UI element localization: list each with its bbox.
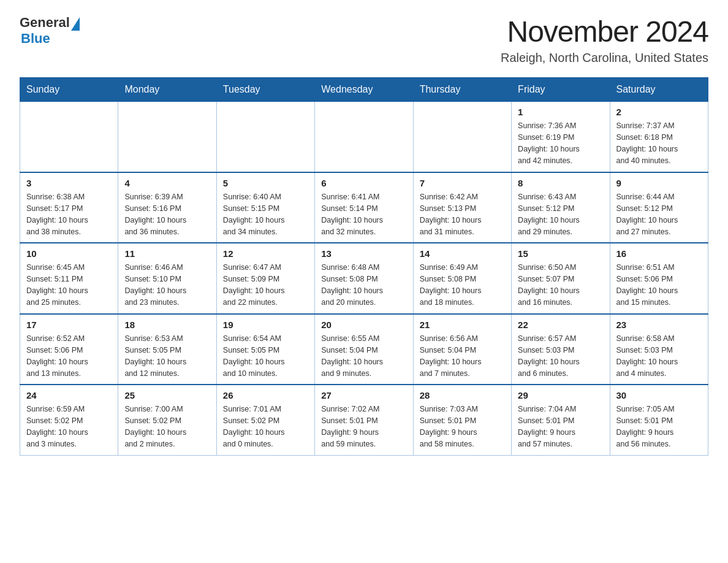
calendar-cell: 25Sunrise: 7:00 AM Sunset: 5:02 PM Dayli… [118, 385, 216, 455]
day-info: Sunrise: 6:41 AM Sunset: 5:14 PM Dayligh… [321, 193, 383, 236]
calendar-cell: 18Sunrise: 6:53 AM Sunset: 5:05 PM Dayli… [118, 314, 216, 385]
calendar-cell: 2Sunrise: 7:37 AM Sunset: 6:18 PM Daylig… [610, 102, 708, 172]
calendar-cell: 29Sunrise: 7:04 AM Sunset: 5:01 PM Dayli… [512, 385, 610, 455]
month-title: November 2024 [501, 15, 708, 48]
day-info: Sunrise: 6:57 AM Sunset: 5:03 PM Dayligh… [518, 334, 580, 378]
day-info: Sunrise: 6:38 AM Sunset: 5:17 PM Dayligh… [26, 193, 88, 236]
day-info: Sunrise: 7:36 AM Sunset: 6:19 PM Dayligh… [518, 121, 580, 165]
day-info: Sunrise: 7:01 AM Sunset: 5:02 PM Dayligh… [223, 405, 285, 448]
week-row-3: 17Sunrise: 6:52 AM Sunset: 5:06 PM Dayli… [20, 314, 708, 385]
calendar-cell: 10Sunrise: 6:45 AM Sunset: 5:11 PM Dayli… [20, 243, 118, 314]
weekday-header-saturday: Saturday [610, 78, 708, 102]
day-number: 15 [518, 248, 603, 259]
logo-blue-text: Blue [21, 31, 50, 47]
calendar-cell: 11Sunrise: 6:46 AM Sunset: 5:10 PM Dayli… [118, 243, 216, 314]
day-number: 30 [616, 390, 702, 400]
day-number: 27 [321, 390, 406, 400]
calendar-cell [315, 102, 413, 172]
calendar-cell: 13Sunrise: 6:48 AM Sunset: 5:08 PM Dayli… [315, 243, 413, 314]
day-info: Sunrise: 6:48 AM Sunset: 5:08 PM Dayligh… [321, 263, 383, 307]
day-number: 19 [223, 320, 308, 330]
calendar-cell: 28Sunrise: 7:03 AM Sunset: 5:01 PM Dayli… [413, 385, 511, 455]
calendar-cell [118, 102, 216, 172]
day-info: Sunrise: 7:00 AM Sunset: 5:02 PM Dayligh… [124, 405, 186, 448]
title-area: November 2024 Raleigh, North Carolina, U… [501, 15, 708, 65]
day-number: 5 [223, 178, 308, 188]
day-info: Sunrise: 6:58 AM Sunset: 5:03 PM Dayligh… [616, 334, 678, 378]
day-info: Sunrise: 6:54 AM Sunset: 5:05 PM Dayligh… [223, 334, 285, 378]
week-row-4: 24Sunrise: 6:59 AM Sunset: 5:02 PM Dayli… [20, 385, 708, 455]
week-row-2: 10Sunrise: 6:45 AM Sunset: 5:11 PM Dayli… [20, 243, 708, 314]
calendar-cell: 30Sunrise: 7:05 AM Sunset: 5:01 PM Dayli… [610, 385, 708, 455]
day-number: 2 [616, 107, 702, 117]
day-info: Sunrise: 6:40 AM Sunset: 5:15 PM Dayligh… [223, 193, 285, 236]
calendar-cell: 26Sunrise: 7:01 AM Sunset: 5:02 PM Dayli… [216, 385, 314, 455]
calendar-cell: 16Sunrise: 6:51 AM Sunset: 5:06 PM Dayli… [610, 243, 708, 314]
calendar-cell: 12Sunrise: 6:47 AM Sunset: 5:09 PM Dayli… [216, 243, 314, 314]
day-number: 10 [26, 248, 112, 259]
day-number: 22 [518, 320, 603, 330]
weekday-header-monday: Monday [118, 78, 216, 102]
day-info: Sunrise: 6:50 AM Sunset: 5:07 PM Dayligh… [518, 263, 580, 307]
weekday-header-sunday: Sunday [20, 78, 118, 102]
calendar-cell: 6Sunrise: 6:41 AM Sunset: 5:14 PM Daylig… [315, 172, 413, 243]
weekday-header-wednesday: Wednesday [315, 78, 413, 102]
day-info: Sunrise: 6:42 AM Sunset: 5:13 PM Dayligh… [420, 193, 482, 236]
calendar-cell [20, 102, 118, 172]
calendar-cell: 20Sunrise: 6:55 AM Sunset: 5:04 PM Dayli… [315, 314, 413, 385]
day-info: Sunrise: 6:44 AM Sunset: 5:12 PM Dayligh… [616, 193, 678, 236]
day-info: Sunrise: 6:53 AM Sunset: 5:05 PM Dayligh… [124, 334, 186, 378]
day-number: 23 [616, 320, 702, 330]
calendar-cell: 7Sunrise: 6:42 AM Sunset: 5:13 PM Daylig… [413, 172, 511, 243]
calendar-cell [216, 102, 314, 172]
calendar-cell: 3Sunrise: 6:38 AM Sunset: 5:17 PM Daylig… [20, 172, 118, 243]
day-number: 14 [420, 248, 505, 259]
calendar-cell [413, 102, 511, 172]
day-info: Sunrise: 6:56 AM Sunset: 5:04 PM Dayligh… [420, 334, 482, 378]
logo-general-text: General [20, 15, 70, 31]
day-number: 11 [124, 248, 210, 259]
day-number: 25 [124, 390, 210, 400]
day-number: 9 [616, 178, 702, 188]
day-info: Sunrise: 6:46 AM Sunset: 5:10 PM Dayligh… [124, 263, 186, 307]
day-info: Sunrise: 6:59 AM Sunset: 5:02 PM Dayligh… [26, 405, 88, 448]
day-number: 21 [420, 320, 505, 330]
day-info: Sunrise: 6:43 AM Sunset: 5:12 PM Dayligh… [518, 193, 580, 236]
week-row-1: 3Sunrise: 6:38 AM Sunset: 5:17 PM Daylig… [20, 172, 708, 243]
day-number: 12 [223, 248, 308, 259]
day-number: 26 [223, 390, 308, 400]
day-number: 16 [616, 248, 702, 259]
weekday-header-tuesday: Tuesday [216, 78, 314, 102]
day-number: 18 [124, 320, 210, 330]
calendar-table: SundayMondayTuesdayWednesdayThursdayFrid… [20, 77, 708, 456]
calendar-cell: 22Sunrise: 6:57 AM Sunset: 5:03 PM Dayli… [512, 314, 610, 385]
day-number: 28 [420, 390, 505, 400]
page-header: General Blue November 2024 Raleigh, Nort… [20, 15, 708, 65]
calendar-cell: 1Sunrise: 7:36 AM Sunset: 6:19 PM Daylig… [512, 102, 610, 172]
calendar-cell: 9Sunrise: 6:44 AM Sunset: 5:12 PM Daylig… [610, 172, 708, 243]
day-number: 3 [26, 178, 112, 188]
weekday-header-row: SundayMondayTuesdayWednesdayThursdayFrid… [20, 78, 708, 102]
calendar-cell: 8Sunrise: 6:43 AM Sunset: 5:12 PM Daylig… [512, 172, 610, 243]
day-number: 13 [321, 248, 406, 259]
day-info: Sunrise: 6:52 AM Sunset: 5:06 PM Dayligh… [26, 334, 88, 378]
day-number: 20 [321, 320, 406, 330]
day-number: 7 [420, 178, 505, 188]
calendar-cell: 5Sunrise: 6:40 AM Sunset: 5:15 PM Daylig… [216, 172, 314, 243]
day-info: Sunrise: 7:05 AM Sunset: 5:01 PM Dayligh… [616, 405, 675, 448]
day-info: Sunrise: 6:39 AM Sunset: 5:16 PM Dayligh… [124, 193, 186, 236]
day-info: Sunrise: 6:51 AM Sunset: 5:06 PM Dayligh… [616, 263, 678, 307]
day-info: Sunrise: 6:47 AM Sunset: 5:09 PM Dayligh… [223, 263, 285, 307]
day-number: 29 [518, 390, 603, 400]
calendar-cell: 19Sunrise: 6:54 AM Sunset: 5:05 PM Dayli… [216, 314, 314, 385]
day-info: Sunrise: 7:03 AM Sunset: 5:01 PM Dayligh… [420, 405, 478, 448]
calendar-cell: 23Sunrise: 6:58 AM Sunset: 5:03 PM Dayli… [610, 314, 708, 385]
day-number: 1 [518, 107, 603, 117]
day-number: 17 [26, 320, 112, 330]
location-subtitle: Raleigh, North Carolina, United States [501, 51, 708, 65]
calendar-cell: 15Sunrise: 6:50 AM Sunset: 5:07 PM Dayli… [512, 243, 610, 314]
weekday-header-thursday: Thursday [413, 78, 511, 102]
day-number: 24 [26, 390, 112, 400]
calendar-cell: 4Sunrise: 6:39 AM Sunset: 5:16 PM Daylig… [118, 172, 216, 243]
calendar-cell: 21Sunrise: 6:56 AM Sunset: 5:04 PM Dayli… [413, 314, 511, 385]
